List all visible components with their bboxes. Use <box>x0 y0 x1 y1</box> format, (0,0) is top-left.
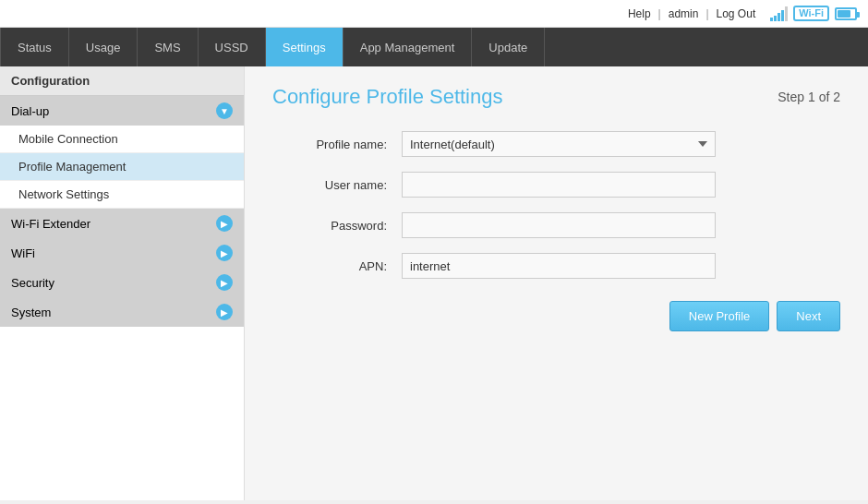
battery-icon <box>835 7 857 20</box>
profile-name-group: Profile name: Internet(default) <box>272 131 840 157</box>
nav-ussd[interactable]: USSD <box>199 28 266 66</box>
main-layout: Configuration Dial-up ▼ Mobile Connectio… <box>0 66 868 500</box>
user-name-group: User name: <box>272 172 840 198</box>
password-group: Password: <box>272 212 840 238</box>
user-name-label: User name: <box>272 178 402 192</box>
password-input[interactable] <box>402 212 716 238</box>
next-button[interactable]: Next <box>777 301 840 331</box>
sidebar-security[interactable]: Security ▶ <box>0 268 244 297</box>
profile-name-label: Profile name: <box>272 138 402 151</box>
top-bar: Help | admin | Log Out Wi-Fi <box>0 0 868 28</box>
nav-sms[interactable]: SMS <box>138 28 198 66</box>
sidebar-wifi-extender[interactable]: Wi-Fi Extender ▶ <box>0 209 244 238</box>
content-header: Configure Profile Settings Step 1 of 2 <box>272 85 840 109</box>
dialup-expand-icon: ▼ <box>216 102 233 119</box>
signal-icons: Wi-Fi <box>770 6 857 21</box>
wifi-expand-icon: ▶ <box>216 245 233 261</box>
system-expand-icon: ▶ <box>216 304 233 320</box>
wifi-extender-expand-icon: ▶ <box>216 215 233 232</box>
content-area: Configure Profile Settings Step 1 of 2 P… <box>245 66 868 500</box>
new-profile-button[interactable]: New Profile <box>669 301 769 331</box>
apn-group: APN: <box>272 253 840 279</box>
apn-input[interactable] <box>402 253 716 279</box>
signal-bars-icon <box>770 6 788 21</box>
wifi-icon: Wi-Fi <box>793 6 829 21</box>
form-actions: New Profile Next <box>272 301 840 331</box>
sidebar-mobile-connection[interactable]: Mobile Connection <box>0 126 244 153</box>
sidebar-network-settings[interactable]: Network Settings <box>0 181 244 209</box>
nav-app-management[interactable]: App Management <box>344 28 473 66</box>
page-title: Configure Profile Settings <box>272 85 502 109</box>
apn-label: APN: <box>272 259 402 273</box>
logout-link[interactable]: Log Out <box>717 7 756 20</box>
admin-label: admin <box>669 7 699 20</box>
main-nav: Status Usage SMS USSD Settings App Manag… <box>0 28 868 66</box>
step-indicator: Step 1 of 2 <box>778 90 840 104</box>
nav-settings[interactable]: Settings <box>266 28 344 66</box>
sidebar-dialup[interactable]: Dial-up ▼ <box>0 96 244 126</box>
sidebar-wifi[interactable]: WiFi ▶ <box>0 238 244 268</box>
nav-usage[interactable]: Usage <box>69 28 139 66</box>
password-label: Password: <box>272 219 402 233</box>
nav-update[interactable]: Update <box>472 28 545 66</box>
help-link[interactable]: Help <box>628 7 651 20</box>
user-name-input[interactable] <box>402 172 716 198</box>
profile-settings-form: Profile name: Internet(default) User nam… <box>272 131 840 331</box>
security-expand-icon: ▶ <box>216 274 233 291</box>
sidebar-system[interactable]: System ▶ <box>0 297 244 327</box>
profile-name-select[interactable]: Internet(default) <box>402 131 716 157</box>
sidebar-configuration-header: Configuration <box>0 66 244 96</box>
nav-status[interactable]: Status <box>0 28 69 66</box>
sidebar: Configuration Dial-up ▼ Mobile Connectio… <box>0 66 245 500</box>
sidebar-profile-management[interactable]: Profile Management <box>0 153 244 181</box>
